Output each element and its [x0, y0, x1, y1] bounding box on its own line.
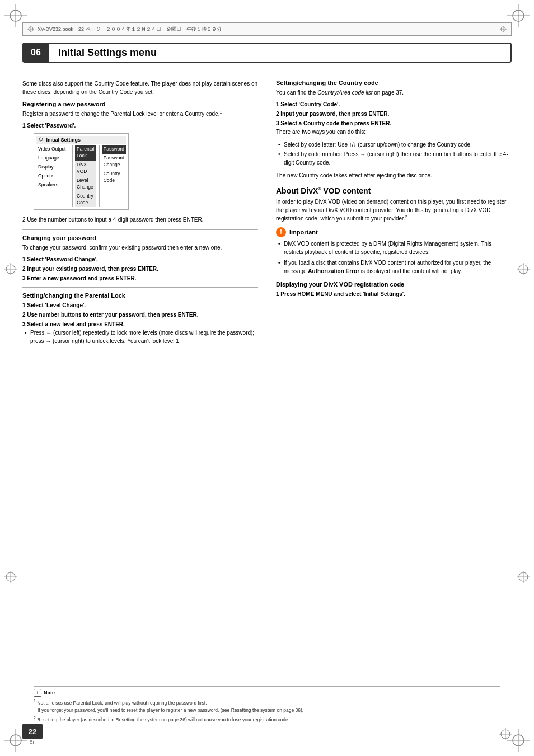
- bottom-circles: [499, 728, 512, 740]
- parental-lock-label: Parental Lock: [75, 145, 96, 161]
- important-title: ! Important: [276, 227, 512, 237]
- lang-label: En: [29, 739, 35, 745]
- chapter-number: 06: [22, 43, 49, 63]
- svg-point-30: [39, 138, 43, 141]
- main-content: Some discs also support the Country Code…: [22, 71, 512, 711]
- cc-bullet1: Select by code letter: Use ↑/↓ (cursor u…: [276, 140, 512, 149]
- page-number-box: 22: [22, 724, 43, 739]
- cc-step3-body: There are two ways you can do this:: [276, 128, 512, 136]
- cc-step3: 3 Select a Country code then press ENTER…: [276, 120, 512, 126]
- right-mid-circle: [517, 263, 530, 276]
- chapter-header: 06 Initial Settings menu: [22, 43, 512, 63]
- country-code-label1: Country Code: [75, 192, 96, 208]
- settings-col2: Parental Lock DivX VOD Level Change Coun…: [75, 145, 96, 207]
- change-password-title: Changing your password: [22, 234, 258, 241]
- change-step1: 1 Select 'Password Change'.: [22, 256, 258, 262]
- divx-title: About DivX® VOD content: [276, 186, 512, 195]
- left-mid-circle: [4, 263, 17, 276]
- cc-step2: 2 Input your password, then press ENTER.: [276, 111, 512, 117]
- displaying-title: Displaying your DivX VOD registration co…: [276, 281, 512, 288]
- divider-2: [22, 287, 258, 288]
- change-step2: 2 Input your existing password, then pre…: [22, 266, 258, 272]
- settings-row-speakers: Speakers: [36, 181, 69, 190]
- cc-bullet2: Select by code number: Press → (cursor r…: [276, 150, 512, 167]
- col-divider-2: [99, 145, 100, 207]
- change-password-body: To change your password, confirm your ex…: [22, 243, 258, 252]
- register-password-title: Registering a new password: [22, 101, 258, 107]
- cc-footer: The new Country code takes effect after …: [276, 171, 512, 180]
- page-number-group: 22 En: [22, 724, 43, 745]
- footnote-2: 2: [405, 215, 407, 219]
- parental-lock-title: Setting/changing the Parental Lock: [22, 292, 258, 299]
- settings-row-video: Video Output: [36, 145, 69, 154]
- settings-row-language: Language: [36, 154, 69, 163]
- divx-section: About DivX® VOD content In order to play…: [276, 186, 512, 223]
- step-1-select-password: 1 Select 'Password'.: [22, 123, 258, 129]
- left-column: Some discs also support the Country Code…: [22, 71, 258, 711]
- important-bullet1: DivX VOD content is protected by a DRM (…: [276, 240, 512, 256]
- settings-row-display: Display: [36, 163, 69, 172]
- settings-mockup-title: Initial Settings: [36, 136, 126, 144]
- country-code-body: You can find the Country/Area code list …: [276, 88, 512, 97]
- settings-mockup: Initial Settings Video Output Language D…: [34, 133, 129, 210]
- col-divider-1: [72, 145, 73, 207]
- top-bar: XV-DV232.book 22 ページ ２００４年１２月２４日 金曜日 午後１…: [22, 22, 512, 36]
- bottom-bar: 22 En: [22, 724, 512, 745]
- topbar-text: XV-DV232.book 22 ページ ２００４年１２月２４日 金曜日 午後１…: [38, 26, 222, 33]
- important-box: ! Important DivX VOD content is protecte…: [276, 227, 512, 275]
- pl-step1: 1 Select 'Level Change'.: [22, 302, 258, 308]
- note1: 1 Not all discs use Parental Lock, and w…: [34, 698, 500, 707]
- bottom-center-circle: [499, 728, 512, 740]
- important-bullet2: If you load a disc that contains DivX VO…: [276, 259, 512, 275]
- note1b: If you forget your password, you'll need…: [34, 707, 500, 714]
- note-section: i Note 1 Not all discs use Parental Lock…: [34, 683, 500, 725]
- level-change-label: Level Change: [75, 176, 96, 192]
- settings-col1: Video Output Language Display Options Sp…: [36, 145, 69, 207]
- right-bottom-circle: [517, 571, 530, 584]
- change-step3: 3 Enter a new password and press ENTER.: [22, 275, 258, 281]
- divider-1: [22, 229, 258, 230]
- divx-vod-label: DivX VOD: [75, 161, 96, 176]
- note-label: i Note: [34, 689, 500, 697]
- intro-text: Some discs also support the Country Code…: [22, 79, 258, 96]
- country-code-title: Setting/changing the Country code: [276, 79, 512, 86]
- right-column: Setting/changing the Country code You ca…: [276, 71, 512, 711]
- pl-bullet1: Press ← (cursor left) repeatedly to lock…: [22, 328, 258, 345]
- register-password-body: Register a password to change the Parent…: [22, 110, 258, 118]
- pl-step3: 3 Select a new level and press ENTER.: [22, 321, 258, 327]
- step2-text: 2 Use the number buttons to input a 4-di…: [22, 215, 258, 224]
- footnote-1: 1: [219, 110, 222, 114]
- note-section-inner: i Note 1 Not all discs use Parental Lock…: [34, 686, 500, 724]
- password-change-label: Password Change: [102, 154, 126, 170]
- divx-body: In order to play DivX VOD (video on dema…: [276, 198, 512, 223]
- country-code-label2: Country Code: [102, 170, 126, 185]
- cc-step1: 1 Select 'Country Code'.: [276, 101, 512, 107]
- left-bottom-circle: [4, 571, 17, 584]
- settings-row-options: Options: [36, 172, 69, 181]
- note-icon: i: [34, 689, 41, 697]
- password-label: Password: [102, 145, 126, 154]
- chapter-title: Initial Settings menu: [49, 43, 512, 63]
- settings-mockup-body: Video Output Language Display Options Sp…: [36, 145, 126, 207]
- country-area-code-italic: Country/Area code list: [317, 90, 372, 96]
- important-icon: !: [276, 227, 286, 237]
- auth-error-bold: Authorization Error: [308, 268, 359, 274]
- settings-col3: Password Password Change Country Code: [102, 145, 126, 207]
- display-regcode-section: Displaying your DivX VOD registration co…: [276, 281, 512, 297]
- displaying-step1: 1 Press HOME MENU and select 'Initial Se…: [276, 291, 512, 297]
- pl-step2: 2 Use number buttons to enter your passw…: [22, 312, 258, 318]
- note2: 2 Resetting the player (as described in …: [34, 715, 500, 724]
